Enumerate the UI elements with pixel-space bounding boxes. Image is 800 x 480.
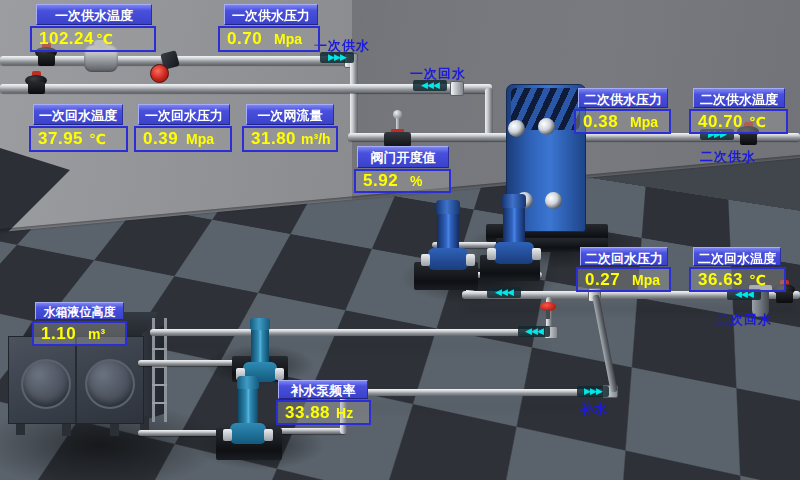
meter-unit: ℃ — [96, 31, 113, 47]
gauge-dial — [150, 64, 169, 83]
meter-value: 31.80 — [251, 129, 296, 149]
makeup-pump-b[interactable] — [228, 376, 268, 446]
meter-label: 一次供水温度 — [36, 4, 152, 25]
meter-value-box[interactable]: 36.63 ℃ — [689, 267, 786, 292]
meter-value-box[interactable]: 102.24 ℃ — [30, 26, 156, 52]
meter-value-box[interactable]: 5.92 % — [354, 169, 451, 193]
circulation-pump-b[interactable] — [490, 194, 538, 264]
meter-value: 0.39 — [143, 129, 178, 149]
valve-body — [740, 133, 757, 145]
flow-arrow-makeup: ▶▶▶ — [577, 386, 609, 397]
ladder-rung — [152, 366, 167, 368]
meter-value: 0.70 — [227, 29, 262, 49]
pump-body — [238, 389, 258, 423]
meter-label: 二次回水压力 — [580, 247, 668, 266]
pump-volute — [230, 423, 266, 444]
pump-volute — [428, 248, 468, 270]
meter-unit: Hz — [336, 405, 353, 421]
tag-secondary-supply: 二次供水 — [700, 148, 756, 166]
pump-motor — [502, 194, 526, 208]
tag-primary-supply: 一次供水 — [314, 37, 370, 55]
pump-body — [437, 214, 459, 248]
meter-label: 二次回水温度 — [693, 247, 781, 266]
meter-unit: m³/h — [301, 131, 331, 147]
hmi-heat-station-screen: ▶▶▶ ◀◀◀ ▶▶▶ ◀◀◀ ◀◀◀ ◀◀◀ ▶▶▶ 一次供水 一次回水 二次… — [0, 0, 800, 480]
meter-unit: Mpa — [274, 31, 302, 47]
ladder-rung — [152, 402, 167, 404]
meter-value-box[interactable]: 0.27 Mpa — [576, 267, 671, 292]
water-tank[interactable] — [8, 336, 144, 424]
meter-label: 一次供水压力 — [224, 4, 318, 25]
meter-value: 33.88 — [285, 403, 330, 423]
meter-label: 阀门开度值 — [357, 146, 449, 168]
meter-unit: m³ — [88, 326, 105, 342]
meter-value: 1.10 — [41, 324, 76, 344]
pipe-secondary-supply — [556, 133, 800, 141]
valve-body — [776, 291, 793, 303]
meter-unit: Mpa — [186, 131, 214, 147]
valve-body — [384, 132, 411, 147]
pipe-tank-fill — [150, 329, 550, 336]
meter-unit: ℃ — [749, 272, 766, 288]
hx-port — [545, 192, 562, 209]
meter-label: 一次回水压力 — [138, 104, 230, 125]
meter-value: 36.63 — [698, 270, 743, 290]
meter-value: 37.95 — [38, 129, 83, 149]
meter-value-box[interactable]: 0.39 Mpa — [134, 126, 232, 152]
meter-value: 5.92 — [363, 171, 398, 191]
pipe-primary-return-drop — [485, 88, 493, 138]
tank-panel-seam — [75, 337, 77, 423]
tank-hatch-right — [85, 359, 135, 409]
control-valve[interactable] — [384, 110, 412, 148]
pump-body — [251, 330, 269, 362]
valve-body — [28, 82, 45, 94]
ladder-rung — [152, 384, 167, 386]
meter-unit: Mpa — [632, 272, 660, 288]
tag-makeup: 补水 — [580, 400, 608, 418]
meter-value-box[interactable]: 0.70 Mpa — [218, 26, 320, 52]
makeup-pump-a[interactable] — [240, 318, 280, 384]
flow-arrow-tank-fill: ◀◀◀ — [518, 326, 550, 337]
meter-value: 40.70 — [698, 112, 743, 132]
meter-value-box[interactable]: 37.95 ℃ — [29, 126, 128, 152]
meter-value-box[interactable]: 40.70 ℃ — [689, 109, 788, 134]
pipe-primary-to-hx — [348, 133, 508, 141]
meter-unit: Mpa — [630, 114, 658, 130]
valve-body — [38, 54, 55, 66]
meter-value-box[interactable]: 33.88 Hz — [276, 400, 371, 425]
meter-label: 二次供水压力 — [578, 88, 668, 108]
flow-arrow-secondary-return: ◀◀◀ — [487, 287, 521, 298]
pressure-gauge[interactable] — [150, 52, 180, 82]
tank-hatch-left — [21, 359, 71, 409]
meter-value-box[interactable]: 1.10 m³ — [32, 321, 127, 346]
meter-value-box[interactable]: 0.38 Mpa — [574, 109, 671, 134]
meter-unit: ℃ — [749, 114, 766, 130]
ladder-rung — [152, 348, 167, 350]
pipe-primary-supply-drop — [350, 60, 358, 138]
meter-value: 0.38 — [583, 112, 618, 132]
tag-primary-return: 一次回水 — [410, 65, 466, 83]
pump-motor — [250, 318, 270, 330]
meter-unit: % — [410, 173, 422, 189]
pipe-tank-suction-a — [138, 360, 240, 366]
hx-port — [508, 120, 525, 137]
meter-label: 二次供水温度 — [693, 88, 785, 108]
valve-primary-return[interactable] — [24, 71, 50, 95]
meter-value: 102.24 — [39, 29, 94, 49]
meter-label: 水箱液位高度 — [35, 302, 124, 320]
pump-volute — [494, 242, 534, 264]
valve-stem — [546, 310, 550, 319]
meter-value-box[interactable]: 31.80 m³/h — [242, 126, 338, 152]
tag-secondary-return: 二次回水 — [716, 311, 772, 329]
pump-motor — [237, 376, 259, 389]
meter-unit: ℃ — [89, 131, 106, 147]
pump-body — [503, 208, 525, 242]
circulation-pump-a[interactable] — [424, 200, 472, 270]
pump-motor — [436, 200, 460, 214]
meter-label: 一次网流量 — [246, 104, 334, 125]
valve-tank-fill[interactable] — [540, 302, 556, 320]
pipe-flange — [450, 81, 464, 96]
meter-value: 0.27 — [585, 270, 620, 290]
meter-label: 补水泵频率 — [278, 380, 368, 399]
pipe-makeup-line — [344, 389, 606, 396]
